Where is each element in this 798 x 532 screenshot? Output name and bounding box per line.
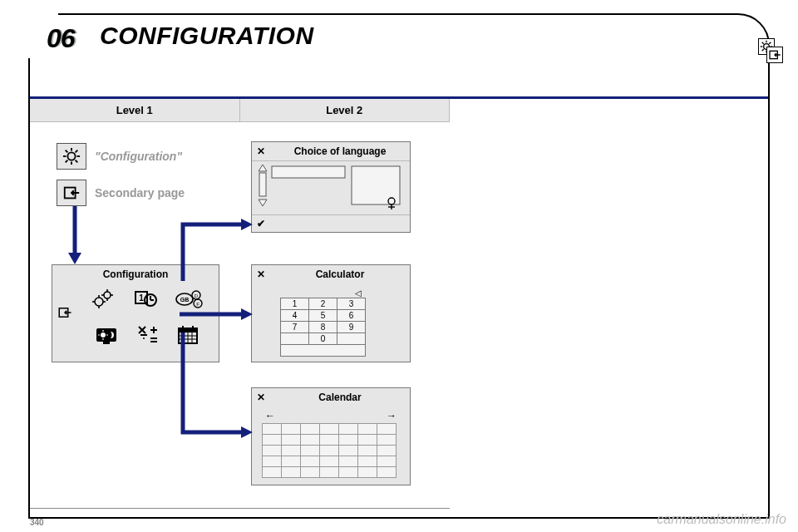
svg-point-57 — [143, 337, 145, 339]
calendar-next-icon[interactable]: → — [387, 410, 397, 421]
configuration-panel: Configuration 1 GBDF — [52, 264, 219, 362]
secondary-page-label: Secondary page — [95, 186, 185, 200]
close-icon[interactable]: ✕ — [252, 268, 270, 280]
svg-rect-59 — [179, 328, 197, 332]
key-5[interactable]: 5 — [309, 310, 337, 322]
key-blank — [337, 333, 366, 345]
svg-text:D: D — [195, 293, 199, 298]
calendar-prev-icon[interactable]: ← — [265, 410, 275, 421]
key-0[interactable]: 0 — [309, 333, 337, 345]
svg-line-18 — [76, 150, 78, 153]
section-number: 06 — [47, 23, 75, 54]
close-icon[interactable]: ✕ — [252, 392, 270, 403]
calc-footer-row — [281, 345, 366, 357]
svg-marker-67 — [259, 165, 267, 171]
svg-line-17 — [66, 160, 68, 163]
svg-rect-71 — [352, 166, 400, 204]
level1-header: Level 1 — [30, 99, 240, 121]
level2-header: Level 2 — [240, 99, 451, 121]
svg-rect-43 — [103, 342, 110, 344]
language-panel: ✕ Choice of language ✔ — [251, 141, 411, 233]
svg-line-15 — [66, 150, 68, 153]
backspace-icon[interactable]: ◁ — [280, 288, 367, 298]
svg-rect-70 — [272, 166, 345, 178]
key-3[interactable]: 3 — [337, 298, 366, 310]
page-number: 340 — [30, 518, 44, 527]
gear-icon — [57, 143, 86, 170]
display-brightness-icon[interactable] — [94, 325, 119, 347]
svg-text:F: F — [196, 302, 200, 307]
key-1[interactable]: 1 — [281, 298, 309, 310]
svg-marker-69 — [259, 200, 267, 206]
confirm-icon[interactable]: ✔ — [252, 218, 270, 229]
page-title: CONFIGURATION — [100, 22, 314, 50]
svg-point-10 — [67, 152, 75, 160]
language-panel-body — [252, 160, 410, 215]
key-6[interactable]: 6 — [337, 310, 366, 322]
back-arrow-icon — [766, 47, 783, 63]
calendar-panel: ✕ Calendar ← → — [251, 387, 411, 485]
key-4[interactable]: 4 — [281, 310, 309, 322]
svg-point-22 — [104, 292, 111, 298]
key-8[interactable]: 8 — [309, 322, 337, 333]
watermark: carmanualsonline.info — [657, 512, 786, 527]
calendar-grid — [262, 423, 397, 478]
key-9[interactable]: 9 — [337, 322, 366, 333]
svg-text:GB: GB — [180, 297, 190, 303]
calculator-icon[interactable] — [137, 325, 159, 345]
settings-gears-icon[interactable] — [91, 288, 116, 310]
configuration-panel-title: Configuration — [52, 265, 219, 283]
back-arrow-icon — [57, 180, 86, 206]
calendar-icon[interactable] — [177, 325, 199, 345]
calendar-panel-title: Calendar — [270, 392, 410, 403]
svg-line-16 — [76, 160, 78, 163]
level-header-bar: Level 1 Level 2 — [30, 99, 450, 122]
calculator-panel: ✕ Calculator ◁ 123 456 789 0 — [251, 264, 411, 362]
configuration-label: "Configuration" — [95, 150, 182, 163]
key-7[interactable]: 7 — [281, 322, 309, 333]
close-icon[interactable]: ✕ — [252, 145, 270, 157]
calculator-keypad: 123 456 789 0 — [280, 298, 366, 357]
svg-line-7 — [762, 49, 764, 51]
svg-point-44 — [101, 332, 106, 337]
svg-rect-68 — [259, 173, 266, 196]
key-2[interactable]: 2 — [309, 298, 337, 310]
back-arrow-icon[interactable] — [57, 305, 72, 320]
svg-point-56 — [143, 331, 145, 332]
key-blank — [281, 333, 309, 345]
header-icon-badge — [748, 38, 783, 73]
footer-rule — [30, 508, 450, 509]
language-panel-title: Choice of language — [270, 145, 410, 157]
secondary-page-row: Secondary page — [57, 180, 185, 206]
svg-point-21 — [95, 298, 103, 306]
svg-text:1: 1 — [139, 293, 144, 303]
date-time-icon[interactable]: 1 — [134, 288, 157, 308]
language-icon[interactable]: GBDF — [175, 288, 204, 310]
calculator-panel-title: Calculator — [270, 268, 410, 280]
svg-line-8 — [769, 42, 771, 44]
svg-line-5 — [762, 42, 764, 44]
configuration-menu-row: "Configuration" — [57, 143, 182, 170]
